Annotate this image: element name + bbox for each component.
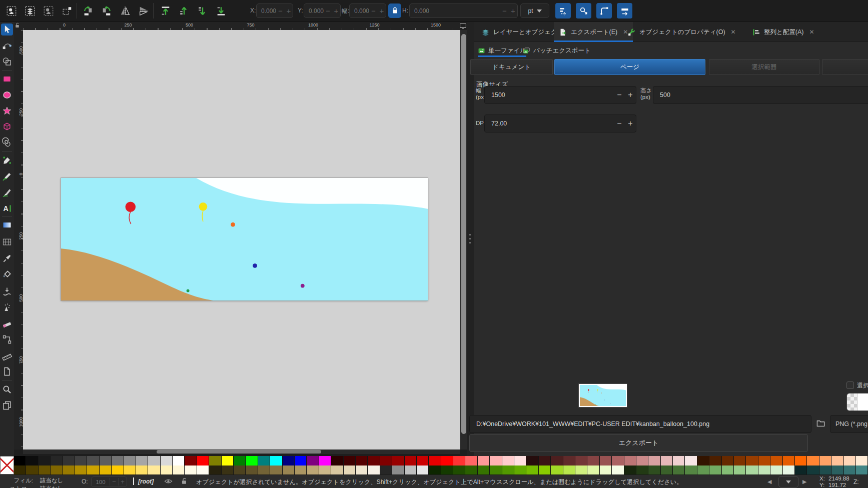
select-corner-button[interactable] [60,4,74,18]
palette-swatch[interactable] [136,466,148,475]
ellipse-tool[interactable] [1,89,13,101]
ruler-corner[interactable] [14,22,23,30]
palette-swatch[interactable] [746,466,758,475]
palette-swatch[interactable] [648,456,660,466]
pages-tool[interactable] [1,400,13,412]
palette-swatch[interactable] [173,466,185,475]
move-pattern-toggle-button[interactable] [555,3,571,18]
palette-swatch[interactable] [685,466,697,475]
palette-swatch[interactable] [551,456,563,466]
dock-splitter-handle[interactable] [467,22,474,456]
palette-swatch[interactable] [697,456,709,466]
export-width-field[interactable]: 1500 −+ [484,86,636,104]
palette-swatch[interactable] [685,456,697,466]
palette-swatch[interactable] [709,456,721,466]
palette-swatch[interactable] [746,456,758,466]
lower-bottom-button[interactable] [214,4,228,18]
mesh-tool[interactable] [1,236,13,248]
palette-swatch[interactable] [697,466,709,475]
current-layer-name[interactable]: [root] [138,478,154,485]
export-area-page-button[interactable]: ページ [554,59,705,75]
horizontal-ruler[interactable]: 0250500750100012501500 [23,22,460,30]
x-field[interactable]: 0.000−+ [256,4,293,18]
palette-swatch[interactable] [429,456,441,466]
horizontal-scrollbar[interactable] [23,450,460,454]
no-color-swatch[interactable] [0,456,14,474]
palette-swatch[interactable] [26,466,38,475]
palette-swatch[interactable] [112,456,124,466]
palette-swatch[interactable] [587,466,599,475]
palette-swatch[interactable] [417,456,429,466]
palette-swatch[interactable] [63,456,75,466]
palette-swatch[interactable] [441,456,453,466]
palette-swatch[interactable] [502,466,514,475]
palette-swatch[interactable] [246,456,258,466]
export-height-field[interactable]: 500 [653,86,868,104]
lock-aspect-ratio-button[interactable] [388,4,401,18]
palette-swatch[interactable] [344,456,356,466]
width-field[interactable]: 0.000−+ [349,4,386,18]
palette-swatch[interactable] [453,466,465,475]
palette-swatch[interactable] [148,466,160,475]
palette-swatch[interactable] [14,466,26,475]
palette-swatch[interactable] [295,456,307,466]
dock-tab-align[interactable]: 整列と配置(A)✕ [747,22,819,42]
palette-swatch[interactable] [856,456,868,466]
subtab-batch-export[interactable]: バッチエクスポート [523,44,591,57]
palette-swatch[interactable] [124,456,136,466]
palette-swatch[interactable] [575,456,587,466]
raise-top-button[interactable] [159,4,172,18]
palette-swatch[interactable] [417,466,429,475]
palette-swatch[interactable] [831,456,843,466]
selector-tool[interactable] [1,24,13,36]
palette-swatch[interactable] [770,456,782,466]
palette-swatch[interactable] [283,466,295,475]
palette-swatch[interactable] [612,456,624,466]
palette-swatch[interactable] [185,466,197,475]
select-all-button[interactable] [5,4,18,18]
fill-value[interactable]: 該当なし [40,477,64,484]
box3d-tool[interactable] [1,120,13,132]
height-field[interactable]: 0.000−+ [409,4,518,18]
palette-swatch[interactable] [405,456,417,466]
palette-next-arrow[interactable]: ▶ [802,478,806,485]
layer-visibility-eye-icon[interactable] [164,477,173,487]
palette-swatch[interactable] [453,456,465,466]
palette-swatch[interactable] [600,466,612,475]
pen-tool[interactable] [1,154,13,166]
palette-swatch[interactable] [14,456,26,466]
palette-swatch[interactable] [600,456,612,466]
palette-swatch[interactable] [319,456,331,466]
palette-swatch[interactable] [539,466,551,475]
palette-swatch[interactable] [514,466,526,475]
palette-swatch[interactable] [100,456,112,466]
palette-swatch[interactable] [307,466,319,475]
palette-swatch[interactable] [124,466,136,475]
browse-folder-button[interactable] [814,418,826,430]
palette-swatch[interactable] [661,456,673,466]
palette-swatch[interactable] [51,466,63,475]
palette-swatch[interactable] [75,466,87,475]
palette-swatch[interactable] [87,456,99,466]
gradient-tool[interactable] [1,219,13,231]
eraser-tool[interactable] [1,318,13,330]
palette-swatch[interactable] [441,466,453,475]
palette-swatch[interactable] [87,466,99,475]
palette-swatch[interactable] [222,466,234,475]
palette-swatch[interactable] [795,456,807,466]
select-all-layers-button[interactable] [23,4,37,18]
document-page[interactable] [61,178,428,300]
scale-stroke-toggle-button[interactable] [576,3,591,18]
palette-swatch[interactable] [234,456,246,466]
palette-swatch[interactable] [758,466,770,475]
connector-tool[interactable] [1,334,13,346]
palette-swatch[interactable] [51,456,63,466]
palette-swatch[interactable] [648,466,660,475]
palette-swatch[interactable] [392,456,404,466]
palette-swatch[interactable] [612,466,624,475]
y-field[interactable]: 0.000−+ [304,4,341,18]
vertical-ruler[interactable]: 50025002505007501000 [14,30,23,450]
palette-swatch[interactable] [856,466,868,475]
scrollbar-thumb[interactable] [461,34,466,434]
palette-swatch[interactable] [844,456,856,466]
